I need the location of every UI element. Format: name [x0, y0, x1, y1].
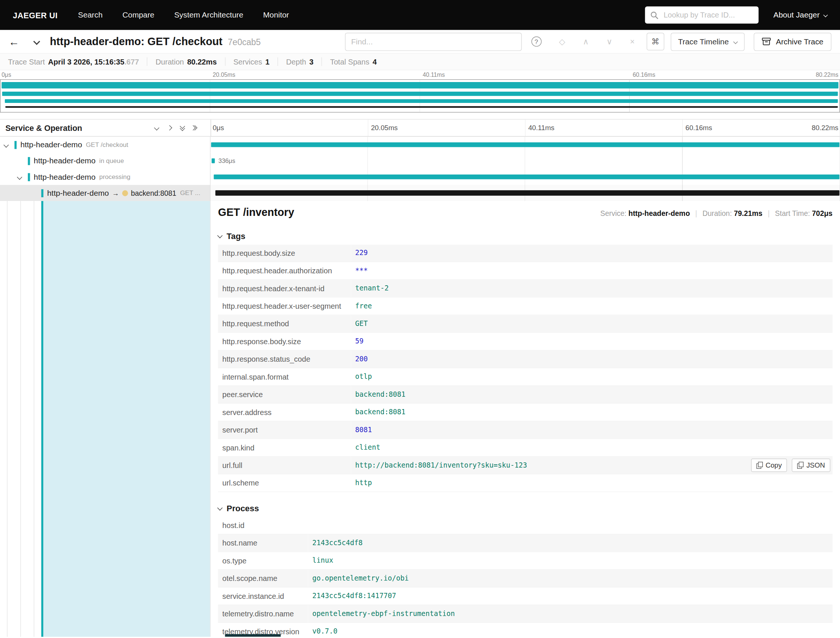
archive-trace-button[interactable]: Archive Trace	[754, 32, 831, 51]
peer-service-name: backend:8081	[131, 189, 176, 197]
minimap-span-bar	[2, 82, 838, 89]
tick-label: 40.11ms	[528, 124, 554, 132]
kv-value: free	[355, 302, 372, 310]
kv-row: http.response.status_code200	[218, 350, 832, 368]
copy-icon	[797, 462, 803, 469]
section-toggle-tags[interactable]: Tags	[218, 231, 832, 241]
minimap-ticks: 0μs20.05ms40.11ms60.16ms80.22ms	[0, 70, 840, 79]
span-duration-bar[interactable]	[213, 174, 840, 179]
kv-value: opentelemetry-ebpf-instrumentation	[312, 609, 455, 617]
service-name: http-header-demo	[21, 141, 82, 149]
expand-all-icon[interactable]	[193, 126, 197, 130]
span-row-selected[interactable]: http-header-demo→backend:8081GET ...	[0, 185, 840, 201]
kv-value-cell: tenant-2	[351, 280, 832, 297]
nav-item-monitor[interactable]: Monitor	[263, 11, 289, 19]
collapse-header-chevron-icon[interactable]	[33, 38, 40, 45]
span-track[interactable]	[210, 185, 840, 201]
kv-value: 2143cc5c4df8:1417707	[312, 592, 396, 600]
find-input[interactable]	[345, 32, 521, 51]
json-button[interactable]: JSON	[792, 459, 830, 472]
collapse-all-icon[interactable]	[180, 126, 184, 130]
span-track[interactable]	[210, 169, 840, 185]
span-track[interactable]: 336μs	[210, 153, 840, 169]
span-duration-bar[interactable]	[215, 190, 840, 195]
span-name-cell[interactable]: http-header-demoin queue	[0, 153, 210, 169]
kv-value-cell: 59	[351, 332, 832, 350]
section-toggle-process[interactable]: Process	[218, 504, 832, 513]
peer-service-dot-icon	[122, 190, 128, 196]
tick-label: 0μs	[213, 124, 224, 132]
trace-lookup[interactable]	[645, 6, 758, 24]
summary-value: April 3 2026, 15:16:35	[48, 57, 125, 66]
jaeger-logo[interactable]: JAEGER UI	[13, 10, 58, 19]
span-name-cell[interactable]: http-header-demoprocessing	[0, 169, 210, 185]
detail-sections: Tagshttp.request.body.size229http.reques…	[218, 231, 832, 637]
span-name-cell[interactable]: http-header-demo→backend:8081GET ...	[0, 185, 210, 201]
kv-key: service.instance.id	[218, 587, 308, 605]
kv-row: internal.span.formatotlp	[218, 368, 832, 386]
span-duration-bar[interactable]	[212, 158, 215, 163]
kv-value: go.opentelemetry.io/obi	[312, 574, 409, 583]
tick-label: 80.22ms	[816, 71, 838, 78]
operation-name: processing	[99, 173, 130, 180]
span-collapse-caret[interactable]	[5, 143, 14, 147]
kv-row: telemetry.distro.versionv0.7.0	[218, 623, 832, 637]
summary-value: 80.22ms	[187, 57, 216, 66]
kv-key: span.kind	[218, 439, 351, 456]
clear-find-icon[interactable]: ×	[630, 38, 635, 46]
tick-label: 60.16ms	[685, 124, 712, 132]
nav-item-system-architecture[interactable]: System Architecture	[174, 11, 243, 19]
kv-value-cell: 8081	[351, 421, 832, 439]
kv-row: http.request.header.authorization***	[218, 262, 832, 279]
trace-view-select[interactable]: Trace Timeline	[670, 32, 745, 51]
tick-label: 80.22ms	[812, 124, 838, 132]
about-jaeger-menu[interactable]: About Jaeger	[773, 11, 827, 19]
match-filter-icon[interactable]: ◇	[559, 38, 565, 46]
kv-value-cell: linux	[308, 552, 832, 569]
kv-key: url.full	[218, 456, 351, 474]
operation-name: GET ...	[180, 189, 200, 196]
section-title: Process	[227, 504, 259, 513]
kv-value: http://backend:8081/inventory?sku=sku-12…	[355, 461, 527, 469]
minimap-span-bar	[5, 99, 838, 103]
span-row[interactable]: http-header-demoin queue336μs	[0, 153, 840, 169]
service-color-chip-icon	[14, 141, 17, 149]
partial-next-section	[225, 634, 281, 637]
span-row[interactable]: http-header-demoGET /checkout	[0, 137, 840, 153]
span-collapse-caret[interactable]	[17, 175, 28, 179]
keyboard-shortcuts-button[interactable]: ⌘	[647, 33, 664, 50]
kv-value-cell: 2143cc5c4df8:1417707	[308, 587, 832, 605]
timeline-header: Service & Operation 0μs20.05ms40.11ms60.…	[0, 119, 840, 136]
tick-label: 20.05ms	[371, 124, 398, 132]
span-track[interactable]	[210, 137, 840, 153]
kv-value-cell: 200	[351, 350, 832, 368]
service-color-chip-icon	[28, 173, 30, 181]
next-match-icon[interactable]: ∨	[606, 38, 612, 46]
span-row[interactable]: http-header-demoprocessing	[0, 169, 840, 185]
prev-match-icon[interactable]: ∧	[583, 38, 589, 46]
meta-value: 702μs	[812, 209, 832, 218]
copy-button[interactable]: Copy	[751, 459, 787, 472]
nav-item-compare[interactable]: Compare	[122, 11, 154, 19]
collapse-one-icon[interactable]	[154, 125, 159, 130]
minimap-span-bar	[6, 106, 838, 108]
service-color-chip-icon	[28, 157, 30, 165]
kv-value-cell: free	[351, 297, 832, 315]
trace-minimap[interactable]	[0, 79, 840, 112]
meta-label: Start Time:	[775, 209, 812, 218]
back-button[interactable]: ←	[9, 36, 19, 47]
kv-key: host.name	[218, 534, 308, 551]
kv-key: otel.scope.name	[218, 569, 308, 587]
help-icon[interactable]: ?	[531, 36, 541, 47]
service-operation-title: Service & Operation	[5, 123, 82, 132]
expand-one-icon[interactable]	[167, 125, 172, 130]
span-name-cell[interactable]: http-header-demoGET /checkout	[0, 137, 210, 153]
span-duration-bar[interactable]	[211, 142, 840, 147]
trace-lookup-input[interactable]	[663, 10, 753, 20]
nav-item-search[interactable]: Search	[78, 11, 103, 19]
summary-value-fraction: .677	[125, 57, 139, 66]
kv-value-cell: v0.7.0	[308, 623, 832, 637]
kv-value-cell: backend:8081	[351, 404, 832, 421]
indent-guide	[21, 201, 21, 637]
kv-key: http.request.header.x-user-segment	[218, 297, 351, 315]
